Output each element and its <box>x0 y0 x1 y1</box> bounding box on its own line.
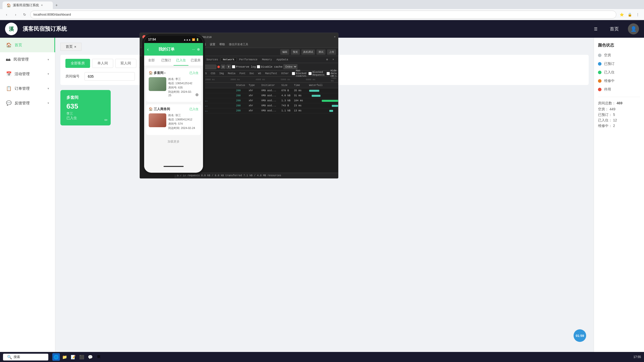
taskbar-icon-vscode[interactable]: 📝 <box>69 353 77 361</box>
taskbar-icon-terminal[interactable]: ⬛ <box>78 353 86 361</box>
browser-forward-button[interactable]: › <box>12 11 19 18</box>
room-type-double[interactable]: 双人间 <box>115 59 136 68</box>
col-header-waterfall[interactable]: Waterfall <box>308 84 338 87</box>
tab-sources[interactable]: Sources <box>204 58 220 62</box>
mobile-room-info-1: 姓名: 张三 电话: 13685412412 房间号: 574 到达时间: 20… <box>168 113 198 130</box>
mobile-more-icon[interactable]: ··· <box>192 47 195 51</box>
filter-manifest[interactable]: Manifest <box>264 72 278 75</box>
tab-appdata[interactable]: AppData <box>274 58 290 62</box>
import-button[interactable]: ⬆ <box>226 65 231 69</box>
filter-media[interactable]: Media <box>227 72 236 75</box>
disable-cache-checkbox[interactable]: Disable cache <box>257 65 283 68</box>
maintenance-dot <box>598 79 601 83</box>
tab-settings-icon[interactable]: ⚙ <box>324 57 330 62</box>
room-number-input[interactable] <box>85 72 135 81</box>
taskbar-search-label: 搜索 <box>14 355 20 359</box>
online-select[interactable]: Online <box>284 64 297 69</box>
sidebar-item-orders[interactable]: 📋 订单管理 ▾ <box>0 81 55 96</box>
sidebar-item-activity[interactable]: 📅 活动管理 ▾ <box>0 67 55 81</box>
devtools-btn-test[interactable]: 测试 <box>316 49 326 55</box>
battery-icon: 🔋 <box>196 38 199 41</box>
mobile-section-0: 🏠 多套间 › 已入住 姓名: 李三 电话: 13654125142 房间号: … <box>146 68 201 102</box>
browser-address-bar[interactable]: localhost:8080/dashboard <box>30 11 616 19</box>
browser-chrome: 🏠 溪客民宿预订系统 × + ‹ › ↻ localhost:8080/dash… <box>0 0 644 20</box>
room-type-all[interactable]: 全部客房 <box>65 59 90 68</box>
req-type-3: xhr <box>248 104 260 107</box>
devtools-btn-upload[interactable]: 上传 <box>327 49 336 55</box>
req-type-4: xhr <box>248 109 260 112</box>
sidebar-item-feedback[interactable]: 💬 反馈管理 ▾ <box>0 96 55 110</box>
browser-icon-3[interactable]: ⋮ <box>634 11 641 18</box>
avatar[interactable]: 👤 <box>628 23 639 34</box>
filter-font[interactable]: Font <box>238 72 247 75</box>
preserve-log-checkbox[interactable]: Preserve log <box>232 65 256 68</box>
tab-performance[interactable]: Performance <box>237 58 260 62</box>
browser-back-button[interactable]: ‹ <box>3 11 10 18</box>
devtools-btn-edit2[interactable]: 编辑 <box>280 49 289 55</box>
tab-close-icon[interactable]: × <box>330 58 336 62</box>
req-size-2: 1.3 kB <box>280 99 293 102</box>
mobile-room-card-0: 姓名: 李三 电话: 13654125142 房间号: 635 到达时间: 20… <box>149 77 198 97</box>
mobile-tab-occupied[interactable]: 已入住 <box>174 56 188 66</box>
sidebar-toggle[interactable]: ☰ <box>591 25 601 32</box>
room-type-single[interactable]: 单人间 <box>92 59 113 68</box>
filter-css[interactable]: CSS <box>210 72 216 75</box>
devtools-menu-help[interactable]: 帮助 <box>218 42 226 46</box>
browser-tab-active[interactable]: 🏠 溪客民宿预订系统 × <box>3 2 53 9</box>
taskbar-icon-devtools[interactable]: 🛠 <box>95 353 103 361</box>
browser-refresh-button[interactable]: ↻ <box>21 11 28 18</box>
home-indicator-bar[interactable] <box>164 166 184 167</box>
mobile-section-action-0[interactable]: 已入住 <box>189 71 198 75</box>
mobile-menu-icon[interactable]: ⊕ <box>197 47 200 51</box>
req-type-0: xhr <box>248 89 260 92</box>
mobile-tab-all[interactable]: 全部 <box>144 56 159 66</box>
edit-icon[interactable]: ✏ <box>104 118 108 122</box>
sidebar-item-home[interactable]: 🏠 首页 <box>0 38 55 52</box>
page-tab-close[interactable]: × <box>74 45 76 49</box>
empty-stat-value: 449 <box>610 107 615 111</box>
taskbar-icon-browser[interactable]: 🌐 <box>52 353 60 361</box>
signal-icon: ▲▲▲ <box>183 38 191 41</box>
mobile-back-button[interactable]: ‹ <box>147 47 149 52</box>
filter-other[interactable]: Other <box>280 72 290 75</box>
browser-tab-new[interactable]: + <box>53 2 60 9</box>
stat-item-empty: 空房 <box>598 53 640 58</box>
mobile-tab-booked[interactable]: 已预订 <box>159 56 174 66</box>
mobile-tab-checked-out[interactable]: 已退房 <box>188 56 203 66</box>
filter-ws[interactable]: WS <box>257 72 262 75</box>
taskbar-icon-files[interactable]: 📁 <box>61 353 68 361</box>
mobile-section-action-1[interactable]: 已入住 <box>189 107 198 111</box>
sidebar-item-minsu[interactable]: 🏘 民宿管理 ▾ <box>0 52 55 67</box>
minsu-icon: 🏘 <box>6 57 11 62</box>
tick-2000: 2000 ms <box>205 78 215 81</box>
browser-icon-1[interactable]: ⭐ <box>618 11 625 18</box>
devtools-btn-preview[interactable]: 预览 <box>291 49 300 55</box>
browser-tab-close[interactable]: × <box>41 4 43 7</box>
mobile-load-more[interactable]: 加载更多 <box>146 138 201 146</box>
filter-icon-button[interactable]: ⊟ <box>221 65 225 69</box>
taskbar-icon-chat[interactable]: 💬 <box>87 353 94 361</box>
mobile-content: 🏠 多套间 › 已入住 姓名: 李三 电话: 13654125142 房间号: … <box>144 66 203 164</box>
col-header-time[interactable]: Time <box>293 84 308 87</box>
booked-stat-value: 5 <box>613 113 615 117</box>
room-card-635[interactable]: 多套间 635 李三 已入住 ✏ <box>60 90 111 125</box>
col-header-size[interactable]: Size <box>280 84 293 87</box>
devtools-menu-settings[interactable]: 设置 <box>208 42 217 46</box>
req-size-3: 743 B <box>280 104 293 107</box>
tab-network[interactable]: Network <box>221 57 237 62</box>
devtools-window-close[interactable]: × <box>334 35 336 38</box>
col-header-initiator[interactable]: Initiator <box>260 84 280 87</box>
filter-doc[interactable]: Doc <box>249 72 255 75</box>
blocked-requests-checkbox[interactable]: Blocked Requests <box>308 71 325 76</box>
filter-img[interactable]: Img <box>218 72 225 75</box>
mobile-header-icons: ··· ⊕ <box>192 47 200 51</box>
col-header-type[interactable]: Type <box>248 84 260 87</box>
browser-icon-2[interactable]: 🔒 <box>626 11 633 18</box>
col-header-status[interactable]: Status <box>235 84 248 87</box>
floating-timer[interactable]: 01:59 <box>574 329 586 342</box>
devtools-btn-real[interactable]: 真机调试 <box>301 49 315 55</box>
search-active-dot <box>217 66 220 68</box>
page-tab-home[interactable]: 首页 × <box>60 43 82 51</box>
tab-memory[interactable]: Memory <box>260 58 274 62</box>
taskbar-search-bar[interactable]: 🔍 搜索 <box>3 354 48 360</box>
